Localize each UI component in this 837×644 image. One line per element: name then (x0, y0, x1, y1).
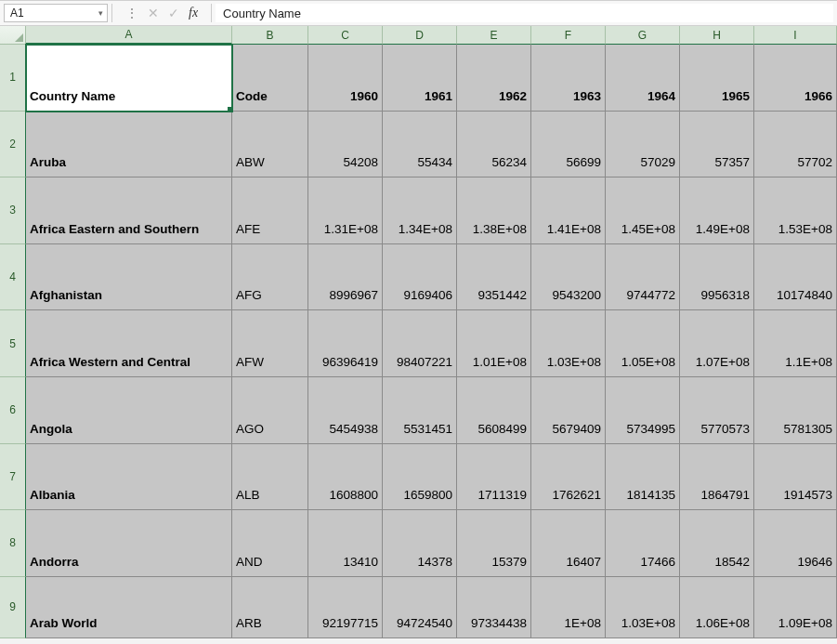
cell-F5[interactable]: 1.03E+08 (531, 310, 606, 377)
cell-I5[interactable]: 1.1E+08 (754, 310, 837, 377)
cell-H9[interactable]: 1.06E+08 (680, 577, 754, 638)
cell-G4[interactable]: 9744772 (606, 244, 680, 311)
cell-B4[interactable]: AFG (232, 244, 308, 311)
cell-B1[interactable]: Code (232, 45, 308, 112)
cell-A1[interactable]: Country Name (26, 45, 232, 112)
cell-I3[interactable]: 1.53E+08 (754, 177, 837, 244)
row-header-3[interactable]: 3 (0, 177, 26, 244)
cell-I6[interactable]: 5781305 (754, 377, 837, 444)
cell-H7[interactable]: 1864791 (680, 444, 754, 511)
column-header-C[interactable]: C (308, 26, 383, 45)
cell-A7[interactable]: Albania (26, 444, 232, 511)
column-header-F[interactable]: F (531, 26, 606, 45)
cell-D8[interactable]: 14378 (383, 510, 457, 577)
cell-D3[interactable]: 1.34E+08 (383, 177, 457, 244)
cell-D2[interactable]: 55434 (383, 112, 457, 178)
cell-D4[interactable]: 9169406 (383, 244, 457, 311)
cell-E5[interactable]: 1.01E+08 (457, 310, 531, 377)
cell-D5[interactable]: 98407221 (383, 310, 457, 377)
cell-G9[interactable]: 1.03E+08 (606, 577, 680, 638)
cell-G6[interactable]: 5734995 (606, 377, 680, 444)
cell-F6[interactable]: 5679409 (531, 377, 606, 444)
cell-I7[interactable]: 1914573 (754, 444, 837, 511)
row-header-8[interactable]: 8 (0, 510, 26, 577)
cell-C6[interactable]: 5454938 (308, 377, 383, 444)
cell-I9[interactable]: 1.09E+08 (754, 577, 837, 638)
row-header-6[interactable]: 6 (0, 377, 26, 444)
cell-C1[interactable]: 1960 (308, 45, 383, 112)
cell-B3[interactable]: AFE (232, 177, 308, 244)
cell-C5[interactable]: 96396419 (308, 310, 383, 377)
row-header-7[interactable]: 7 (0, 444, 26, 511)
cell-E9[interactable]: 97334438 (457, 577, 531, 638)
cell-I4[interactable]: 10174840 (754, 244, 837, 311)
cell-C8[interactable]: 13410 (308, 510, 383, 577)
column-header-E[interactable]: E (457, 26, 531, 45)
cell-H3[interactable]: 1.49E+08 (680, 177, 754, 244)
cell-C7[interactable]: 1608800 (308, 444, 383, 511)
spreadsheet-grid[interactable]: A B C D E F G H I 1 Country Name Code 19… (0, 26, 837, 644)
cell-C9[interactable]: 92197715 (308, 577, 383, 638)
cell-E3[interactable]: 1.38E+08 (457, 177, 531, 244)
row-header-2[interactable]: 2 (0, 112, 26, 178)
column-header-B[interactable]: B (232, 26, 308, 45)
row-header-1[interactable]: 1 (0, 45, 26, 112)
cell-E4[interactable]: 9351442 (457, 244, 531, 311)
cell-B8[interactable]: AND (232, 510, 308, 577)
expand-formula-icon[interactable]: ⋮ (125, 7, 138, 20)
cell-F4[interactable]: 9543200 (531, 244, 606, 311)
formula-input[interactable] (216, 4, 833, 22)
cell-D7[interactable]: 1659800 (383, 444, 457, 511)
cell-F2[interactable]: 56699 (531, 112, 606, 178)
cell-D6[interactable]: 5531451 (383, 377, 457, 444)
cell-F9[interactable]: 1E+08 (531, 577, 606, 638)
cell-I8[interactable]: 19646 (754, 510, 837, 577)
cell-H4[interactable]: 9956318 (680, 244, 754, 311)
cell-H2[interactable]: 57357 (680, 112, 754, 178)
cell-H8[interactable]: 18542 (680, 510, 754, 577)
cell-E2[interactable]: 56234 (457, 112, 531, 178)
cell-A4[interactable]: Afghanistan (26, 244, 232, 311)
cell-F3[interactable]: 1.41E+08 (531, 177, 606, 244)
enter-icon[interactable]: ✓ (168, 6, 179, 20)
cell-E6[interactable]: 5608499 (457, 377, 531, 444)
column-header-G[interactable]: G (606, 26, 680, 45)
cell-G2[interactable]: 57029 (606, 112, 680, 178)
cancel-icon[interactable]: ✕ (148, 6, 159, 20)
row-header-9[interactable]: 9 (0, 577, 26, 638)
cell-G3[interactable]: 1.45E+08 (606, 177, 680, 244)
cell-F7[interactable]: 1762621 (531, 444, 606, 511)
cell-F8[interactable]: 16407 (531, 510, 606, 577)
cell-H5[interactable]: 1.07E+08 (680, 310, 754, 377)
fx-icon[interactable]: fx (189, 6, 198, 20)
row-header-4[interactable]: 4 (0, 244, 26, 311)
name-box[interactable]: A1 ▾ (4, 4, 108, 22)
cell-C4[interactable]: 8996967 (308, 244, 383, 311)
cell-A5[interactable]: Africa Western and Central (26, 310, 232, 377)
cell-A6[interactable]: Angola (26, 377, 232, 444)
cell-E1[interactable]: 1962 (457, 45, 531, 112)
cell-A3[interactable]: Africa Eastern and Southern (26, 177, 232, 244)
cell-G5[interactable]: 1.05E+08 (606, 310, 680, 377)
cell-H6[interactable]: 5770573 (680, 377, 754, 444)
chevron-down-icon[interactable]: ▾ (98, 8, 103, 18)
cell-B2[interactable]: ABW (232, 112, 308, 178)
column-header-I[interactable]: I (754, 26, 837, 45)
cell-I1[interactable]: 1966 (754, 45, 837, 112)
cell-D1[interactable]: 1961 (383, 45, 457, 112)
cell-C3[interactable]: 1.31E+08 (308, 177, 383, 244)
cell-G1[interactable]: 1964 (606, 45, 680, 112)
cell-G7[interactable]: 1814135 (606, 444, 680, 511)
cell-B6[interactable]: AGO (232, 377, 308, 444)
cell-F1[interactable]: 1963 (531, 45, 606, 112)
cell-I2[interactable]: 57702 (754, 112, 837, 178)
cell-E7[interactable]: 1711319 (457, 444, 531, 511)
cell-A8[interactable]: Andorra (26, 510, 232, 577)
cell-D9[interactable]: 94724540 (383, 577, 457, 638)
cell-H1[interactable]: 1965 (680, 45, 754, 112)
cell-E8[interactable]: 15379 (457, 510, 531, 577)
cell-A9[interactable]: Arab World (26, 577, 232, 638)
cell-G8[interactable]: 17466 (606, 510, 680, 577)
select-all-triangle[interactable] (0, 26, 26, 45)
cell-A2[interactable]: Aruba (26, 112, 232, 178)
